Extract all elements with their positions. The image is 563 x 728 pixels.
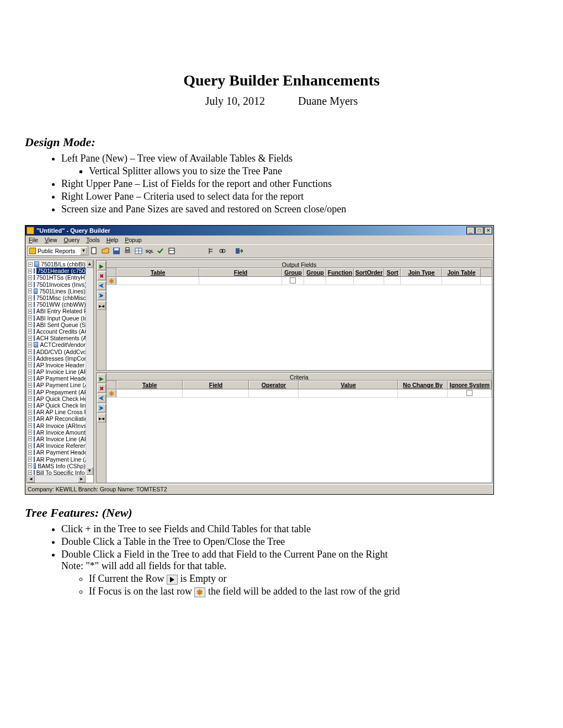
expand-icon[interactable]: + [28, 262, 33, 267]
tree-item[interactable]: +AP Payment Line (APPayLine [27, 382, 86, 388]
tree-item[interactable]: +AR Invoice Line (ARInvs2) [27, 436, 86, 442]
criteria-grid[interactable]: ▶ ✖ ⮜ ⮞ ▸◂ Criteria TableFieldOperatorVa… [96, 372, 492, 483]
grid-cell[interactable] [304, 277, 326, 285]
grid-cell[interactable] [116, 389, 183, 398]
scroll-right-icon[interactable]: ► [78, 475, 86, 483]
tree-item[interactable]: +AR Invoice Reference (ARInv [27, 442, 86, 449]
grid-cell[interactable] [183, 389, 249, 398]
reports-combo[interactable]: Public Reports ▼ [28, 246, 88, 256]
tree-item[interactable]: +ACTCreditVendor [27, 341, 86, 348]
expand-icon[interactable]: + [28, 315, 32, 320]
expand-icon[interactable]: + [28, 470, 32, 475]
sql-button[interactable]: SQL [145, 246, 155, 256]
column-header[interactable]: Group [304, 268, 326, 276]
menu-tools[interactable]: Tools [86, 237, 100, 243]
tree-item[interactable]: +ADD/CVD (AddCvd) [27, 348, 86, 355]
tree-item[interactable]: +7501B/Ls (chbBl) [27, 261, 86, 267]
indent-right-icon[interactable]: ⮞ [97, 404, 106, 413]
maximize-button[interactable]: □ [475, 227, 484, 234]
column-header[interactable]: Table [116, 268, 199, 276]
tree-item[interactable]: +7501Lines (Lines) [27, 288, 86, 295]
minimize-button[interactable]: _ [466, 227, 475, 234]
tree-pane[interactable]: +7501B/Ls (chbBl)+7501Header (c7501)+750… [26, 260, 94, 483]
expand-icon[interactable]: + [28, 443, 32, 448]
column-header[interactable]: Field [183, 381, 249, 389]
tree-item[interactable]: +ABI Entry Related Results (Er [27, 308, 86, 314]
new-button[interactable] [89, 246, 99, 256]
grid-cell[interactable] [398, 389, 448, 398]
tree-item[interactable]: +7501Header (c7501) [27, 267, 86, 274]
print-button[interactable] [123, 246, 132, 256]
expand-icon[interactable]: + [28, 362, 32, 367]
tree-item[interactable]: +ACH Statements (ACHStatem [27, 335, 86, 341]
menu-view[interactable]: View [45, 237, 57, 243]
expand-icon[interactable]: + [28, 436, 32, 441]
scroll-left-icon[interactable]: ◄ [27, 475, 35, 483]
expand-icon[interactable]: + [28, 457, 32, 462]
tree-item[interactable]: +AR Invoice Amounts (ARInvA [27, 429, 86, 436]
goto-end-icon[interactable]: ▸◂ [97, 301, 106, 310]
tree-item[interactable]: +7501WW (chbWW) [27, 301, 86, 308]
save-button[interactable] [111, 246, 121, 256]
column-header[interactable]: Operator [249, 381, 299, 389]
expand-icon[interactable]: + [28, 296, 32, 301]
tree-item[interactable]: +Bill To Specific Info (SpInf_BI [27, 469, 86, 475]
properties-button[interactable] [167, 246, 177, 256]
tree-item[interactable]: +ABI Input Queue (InpQueue) [27, 315, 86, 322]
indent-left-icon[interactable]: ⮜ [97, 281, 106, 290]
delete-icon[interactable]: ✖ [97, 271, 106, 280]
tree-item[interactable]: +AR Invoice (ARInvs) [27, 422, 86, 429]
scroll-up-icon[interactable]: ▲ [86, 260, 93, 268]
expand-icon[interactable]: + [28, 450, 32, 455]
horizontal-scrollbar[interactable]: ◄ ► [27, 475, 86, 483]
column-header[interactable]: No Change By [398, 381, 448, 389]
expand-icon[interactable]: + [28, 396, 32, 401]
expand-icon[interactable]: + [28, 356, 32, 361]
column-header[interactable]: Sort [384, 268, 401, 276]
chevron-down-icon[interactable]: ▼ [80, 247, 87, 255]
tree-item[interactable]: +AP Invoice Header (APinv) [27, 362, 86, 368]
menu-file[interactable]: File [29, 237, 38, 243]
grid-cell[interactable] [442, 277, 481, 285]
expand-icon[interactable]: + [28, 322, 32, 327]
grid-cell[interactable] [401, 277, 442, 285]
column-header[interactable]: Group [282, 268, 304, 276]
expand-icon[interactable]: + [28, 349, 32, 354]
tree-item[interactable]: +AP Prepayment (APPrepay) [27, 389, 86, 395]
close-button[interactable]: ✕ [484, 227, 492, 234]
expand-icon[interactable]: + [28, 430, 32, 435]
expand-icon[interactable]: + [28, 282, 32, 287]
tree-item[interactable]: +AR AP Line Cross Ref (ARAF [27, 409, 86, 415]
new-row-icon[interactable]: ✱ [107, 389, 116, 397]
tree-item[interactable]: +Account Credits (ACTCredit) [27, 328, 86, 335]
grid-button[interactable] [134, 246, 144, 256]
tree-item[interactable]: +AP Quick Check line (APQCh [27, 402, 86, 409]
run-icon[interactable]: ▶ [97, 261, 106, 270]
column-header[interactable]: Function [326, 268, 354, 276]
grid-cell[interactable] [199, 277, 282, 285]
grid-cell[interactable] [448, 389, 492, 398]
expand-icon[interactable]: + [28, 389, 32, 394]
goto-end-icon[interactable]: ▸◂ [97, 414, 106, 422]
expand-icon[interactable]: + [28, 416, 32, 421]
grid-cell[interactable] [299, 389, 398, 398]
expand-icon[interactable]: + [28, 423, 32, 428]
grid-cell[interactable] [354, 277, 384, 285]
expand-icon[interactable]: + [28, 302, 32, 307]
column-header[interactable]: Join Table [442, 268, 481, 276]
delete-icon[interactable]: ✖ [97, 384, 106, 393]
expand-icon[interactable]: + [28, 269, 32, 274]
checkbox[interactable] [290, 277, 296, 283]
grid-cell[interactable] [116, 277, 199, 285]
menu-popup[interactable]: Popup [125, 237, 141, 243]
indent-left-icon[interactable]: ⮜ [97, 394, 106, 403]
exit-button[interactable] [234, 246, 244, 256]
column-header[interactable]: SortOrder [354, 268, 384, 276]
checkbox[interactable] [466, 390, 472, 396]
grid-cell[interactable] [326, 277, 354, 285]
indent-right-icon[interactable]: ⮞ [97, 291, 106, 300]
column-header[interactable]: Value [299, 381, 398, 389]
expand-icon[interactable]: + [28, 403, 32, 408]
tree-item[interactable]: +7501Invoices (Invs) [27, 281, 86, 288]
tree-item[interactable]: +ABI Sent Queue (SentQueue [27, 322, 86, 328]
